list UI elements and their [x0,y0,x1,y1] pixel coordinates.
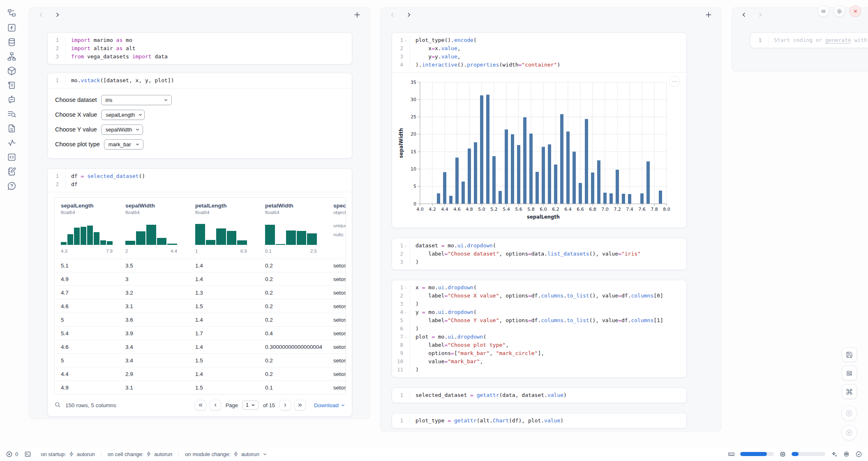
help-bubble-icon[interactable] [7,181,16,191]
package-icon[interactable] [7,66,16,76]
connection-status-icon[interactable] [855,451,862,458]
column-header[interactable]: speciesobjectuniquenulls: [327,198,346,258]
column-prev-icon[interactable] [389,11,396,18]
altair-chart[interactable]: 051015202530354.04.24.44.64.85.05.25.45.… [396,76,686,226]
on-module-change-setting[interactable]: on module change: autorun [178,450,273,458]
next-page-button[interactable] [279,400,291,410]
file-text-icon[interactable] [7,124,16,133]
table-row[interactable]: 4.931.40.2setosa [55,272,346,286]
cell-code-editor[interactable]: 1⌄234⌄567⌄891011x = mo.ui.dropdown( labe… [392,280,686,377]
error-circle-icon [6,451,13,458]
run-all-icon[interactable] [841,425,857,440]
cell-code-editor[interactable]: 1mo.vstack([dataset, x, y, plot]) [48,73,352,88]
column-header[interactable]: petalWidthfloat640.12.5 [259,198,327,258]
table-row[interactable]: 4.73.21.30.2setosa [55,286,346,299]
terminal-icon[interactable] [24,451,31,458]
menu-icon[interactable] [817,5,829,17]
table-row[interactable]: 5.43.91.70.4setosa [55,326,346,340]
file-tree-icon[interactable] [7,9,16,18]
status-bar: 0 on startup: autorun on cell change: au… [0,447,868,461]
code-square-icon[interactable] [7,152,16,162]
chevron-down-icon [341,403,345,408]
column-prev-icon[interactable] [37,11,45,18]
search-icon[interactable] [54,401,61,409]
close-icon[interactable] [850,5,861,17]
column-next-icon[interactable] [757,11,764,18]
on-cell-change-setting[interactable]: on cell change: autorun [101,450,179,458]
cell-plot-type: 1plot_type = getattr(alt.Chart(df), plot… [392,413,687,429]
column-header[interactable]: sepalWidthfloat6424.4 [119,198,189,258]
activity-icon[interactable] [7,138,16,148]
cell-code-editor[interactable]: 1⌄23dataset = mo.ui.dropdown( label="Cho… [392,238,686,270]
settings-gear-icon[interactable] [833,5,845,17]
table-row[interactable]: 4.63.41.40.30000000000000004setosa [55,340,346,353]
notebook-pen-icon[interactable] [7,167,16,176]
cell-selected-dataset: 1selected_dataset = getattr(data, datase… [392,387,687,403]
cell-code-editor[interactable]: 1selected_dataset = getattr(data, datase… [392,388,686,403]
scroll-text-icon[interactable] [7,81,16,90]
cell-code-editor[interactable]: 1plot_type = getattr(alt.Chart(df), plot… [392,413,686,428]
svg-text:5.0: 5.0 [478,207,485,212]
chart-menu-icon[interactable] [669,76,680,87]
page-label: Page [226,402,238,408]
svg-text:5.6: 5.6 [515,207,522,212]
table-cell: 1.7 [189,330,259,337]
table-row[interactable]: 53.41.50.2setosa [55,353,346,367]
choose-dataset-select[interactable]: iris [101,95,172,105]
last-page-button[interactable] [294,400,306,410]
function-square-icon[interactable] [7,23,16,32]
column-header[interactable]: petalLengthfloat6416.9 [189,198,259,258]
code-line: label="Choose Y value", options=df.colum… [416,316,663,325]
add-cell-icon[interactable] [353,11,361,19]
download-button[interactable]: Download [314,402,345,408]
table-row[interactable]: 5.13.51.40.2setosa [55,258,346,272]
cell-code-editor[interactable]: 1 Start coding or generate with AI [750,33,868,48]
save-icon[interactable] [842,347,857,362]
code-line: from vega_datasets import data [71,53,168,61]
cell-code-editor[interactable]: 12df = selected_dataset()df [48,169,352,192]
column-prev-icon[interactable] [740,11,748,18]
prev-page-button[interactable] [210,400,221,410]
table-row[interactable]: 4.42.91.40.2setosa [55,367,346,380]
table-cell: 1.5 [189,357,259,364]
choose-plot-type-select[interactable]: mark_bar [104,139,143,150]
code-line: import altair as alt [71,44,168,53]
on-startup-setting[interactable]: on startup: autorun [35,450,101,458]
table-row[interactable]: 53.61.40.2setosa [55,313,346,326]
copilot-icon[interactable] [843,451,850,458]
cell-code-editor[interactable]: 123import marimo as moimport altair as a… [48,33,352,64]
code-line: ) [416,300,663,308]
svg-text:4.6: 4.6 [453,207,461,212]
stop-icon[interactable] [841,406,857,421]
choose-y-value-select[interactable]: sepalWidth [101,124,143,135]
choose-x-value-select[interactable]: sepalLength [101,110,145,120]
layout-panels-icon[interactable] [842,366,857,380]
dropdown-label: Choose plot type [55,141,100,148]
table-row[interactable]: 4.93.11.50.1setosa [55,380,346,394]
command-icon[interactable] [842,384,857,399]
column-header[interactable]: sepalLengthfloat644.37.9 [55,198,119,258]
chart-output: 051015202530354.04.24.44.64.85.05.25.45.… [392,72,686,228]
list-search-icon[interactable] [7,109,16,119]
cell-code-editor[interactable]: 1⌄234plot_type().encode( x=x.value, y=y.… [392,33,686,72]
column-next-icon[interactable] [54,11,61,18]
generate-link[interactable]: generate [825,37,851,43]
database-icon[interactable] [7,37,16,47]
code-line: y=y.value, [416,53,560,61]
add-cell-icon[interactable] [704,11,713,19]
table-row[interactable]: 4.63.11.50.2setosa [55,299,346,313]
table-output: sepalLengthfloat644.37.9sepalWidthfloat6… [48,192,352,410]
column-next-icon[interactable] [405,11,413,18]
network-icon[interactable] [7,52,16,61]
cell-imports: 123import marimo as moimport altair as a… [47,32,352,65]
code-placeholder: Start coding or generate with AI [769,36,868,44]
column-histogram [265,220,317,245]
ai-sparkles-icon[interactable] [831,451,838,458]
svg-text:35: 35 [411,80,416,85]
table-cell: 3.1 [119,385,189,391]
first-page-button[interactable] [195,400,206,410]
floating-actions [841,347,857,440]
bot-message-icon[interactable] [7,95,16,104]
errors-indicator[interactable]: 0 [6,451,18,458]
page-select[interactable]: 1 [242,401,259,410]
